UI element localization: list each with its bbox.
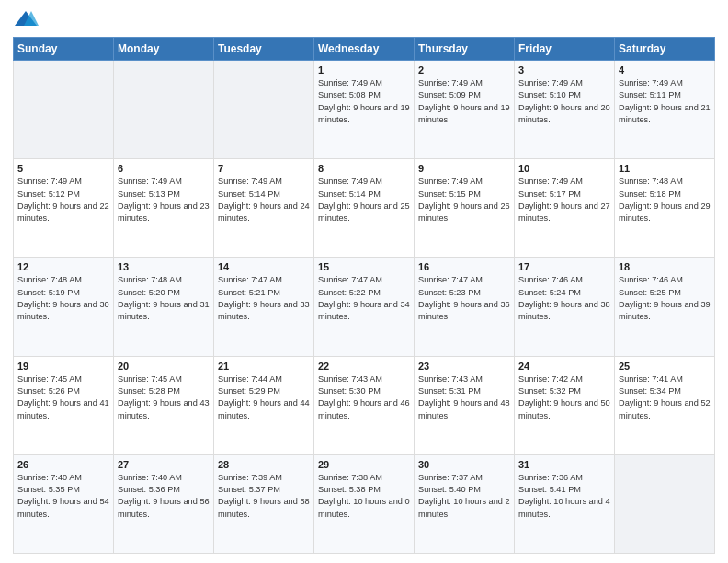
calendar-cell: 11Sunrise: 7:48 AMSunset: 5:18 PMDayligh… (615, 159, 715, 258)
day-number: 9 (418, 163, 510, 174)
weekday-header: Saturday (615, 38, 715, 61)
calendar-cell: 2Sunrise: 7:49 AMSunset: 5:09 PMDaylight… (415, 61, 515, 159)
day-number: 2 (418, 64, 510, 75)
day-info: Sunrise: 7:40 AMSunset: 5:36 PMDaylight:… (118, 472, 210, 521)
day-info: Sunrise: 7:41 AMSunset: 5:34 PMDaylight:… (619, 373, 711, 422)
day-number: 28 (218, 459, 310, 470)
day-info: Sunrise: 7:49 AMSunset: 5:10 PMDaylight:… (518, 77, 610, 126)
day-number: 30 (418, 459, 510, 470)
day-info: Sunrise: 7:45 AMSunset: 5:26 PMDaylight:… (17, 373, 109, 422)
calendar-week-row: 19Sunrise: 7:45 AMSunset: 5:26 PMDayligh… (14, 356, 715, 454)
day-number: 26 (17, 459, 109, 470)
day-number: 24 (518, 361, 610, 372)
day-info: Sunrise: 7:49 AMSunset: 5:17 PMDaylight:… (518, 176, 610, 224)
calendar-header: SundayMondayTuesdayWednesdayThursdayFrid… (14, 38, 715, 61)
day-info: Sunrise: 7:49 AMSunset: 5:14 PMDaylight:… (318, 176, 410, 224)
day-number: 25 (619, 361, 711, 372)
day-info: Sunrise: 7:43 AMSunset: 5:30 PMDaylight:… (318, 373, 410, 422)
day-number: 11 (619, 163, 711, 174)
day-info: Sunrise: 7:49 AMSunset: 5:13 PMDaylight:… (118, 176, 210, 224)
weekday-header: Wednesday (314, 38, 415, 61)
day-number: 17 (518, 261, 610, 272)
calendar-cell: 29Sunrise: 7:38 AMSunset: 5:38 PMDayligh… (314, 454, 415, 553)
day-number: 20 (118, 361, 210, 372)
day-number: 12 (17, 261, 109, 272)
logo (13, 9, 40, 29)
calendar-table: SundayMondayTuesdayWednesdayThursdayFrid… (13, 37, 715, 554)
calendar-cell: 15Sunrise: 7:47 AMSunset: 5:22 PMDayligh… (314, 258, 415, 356)
calendar-container: SundayMondayTuesdayWednesdayThursdayFrid… (0, 0, 728, 563)
day-info: Sunrise: 7:49 AMSunset: 5:15 PMDaylight:… (418, 176, 510, 224)
day-info: Sunrise: 7:40 AMSunset: 5:35 PMDaylight:… (17, 472, 109, 521)
day-info: Sunrise: 7:49 AMSunset: 5:11 PMDaylight:… (619, 77, 711, 126)
calendar-cell: 21Sunrise: 7:44 AMSunset: 5:29 PMDayligh… (214, 356, 314, 454)
day-number: 5 (17, 163, 109, 174)
calendar-cell (114, 61, 214, 159)
day-number: 18 (619, 261, 711, 272)
weekday-header: Monday (114, 38, 214, 61)
day-info: Sunrise: 7:47 AMSunset: 5:23 PMDaylight:… (418, 274, 510, 323)
day-info: Sunrise: 7:36 AMSunset: 5:41 PMDaylight:… (518, 472, 610, 521)
calendar-cell: 13Sunrise: 7:48 AMSunset: 5:20 PMDayligh… (114, 258, 214, 356)
day-info: Sunrise: 7:46 AMSunset: 5:25 PMDaylight:… (619, 274, 711, 323)
day-number: 19 (17, 361, 109, 372)
day-info: Sunrise: 7:49 AMSunset: 5:09 PMDaylight:… (418, 77, 510, 126)
calendar-cell: 20Sunrise: 7:45 AMSunset: 5:28 PMDayligh… (114, 356, 214, 454)
day-number: 14 (218, 261, 310, 272)
calendar-cell: 30Sunrise: 7:37 AMSunset: 5:40 PMDayligh… (415, 454, 515, 553)
day-info: Sunrise: 7:48 AMSunset: 5:20 PMDaylight:… (118, 274, 210, 323)
calendar-cell: 26Sunrise: 7:40 AMSunset: 5:35 PMDayligh… (14, 454, 114, 553)
weekday-header: Tuesday (214, 38, 314, 61)
logo-icon (13, 9, 39, 29)
calendar-cell: 14Sunrise: 7:47 AMSunset: 5:21 PMDayligh… (214, 258, 314, 356)
calendar-body: 1Sunrise: 7:49 AMSunset: 5:08 PMDaylight… (14, 61, 715, 554)
day-info: Sunrise: 7:42 AMSunset: 5:32 PMDaylight:… (518, 373, 610, 422)
weekday-header: Thursday (415, 38, 515, 61)
day-info: Sunrise: 7:44 AMSunset: 5:29 PMDaylight:… (218, 373, 310, 422)
day-number: 7 (218, 163, 310, 174)
calendar-cell: 8Sunrise: 7:49 AMSunset: 5:14 PMDaylight… (314, 159, 415, 258)
day-number: 23 (418, 361, 510, 372)
calendar-cell: 17Sunrise: 7:46 AMSunset: 5:24 PMDayligh… (515, 258, 615, 356)
weekday-header: Sunday (14, 38, 114, 61)
day-info: Sunrise: 7:49 AMSunset: 5:12 PMDaylight:… (17, 176, 109, 224)
day-info: Sunrise: 7:38 AMSunset: 5:38 PMDaylight:… (318, 472, 410, 521)
calendar-cell: 3Sunrise: 7:49 AMSunset: 5:10 PMDaylight… (515, 61, 615, 159)
day-number: 22 (318, 361, 410, 372)
day-number: 21 (218, 361, 310, 372)
calendar-cell: 5Sunrise: 7:49 AMSunset: 5:12 PMDaylight… (14, 159, 114, 258)
day-number: 8 (318, 163, 410, 174)
calendar-cell: 22Sunrise: 7:43 AMSunset: 5:30 PMDayligh… (314, 356, 415, 454)
day-info: Sunrise: 7:49 AMSunset: 5:08 PMDaylight:… (318, 77, 410, 126)
calendar-cell: 16Sunrise: 7:47 AMSunset: 5:23 PMDayligh… (415, 258, 515, 356)
calendar-week-row: 12Sunrise: 7:48 AMSunset: 5:19 PMDayligh… (14, 258, 715, 356)
day-number: 4 (619, 64, 711, 75)
day-number: 3 (518, 64, 610, 75)
day-number: 29 (318, 459, 410, 470)
calendar-cell: 1Sunrise: 7:49 AMSunset: 5:08 PMDaylight… (314, 61, 415, 159)
day-info: Sunrise: 7:39 AMSunset: 5:37 PMDaylight:… (218, 472, 310, 521)
calendar-cell: 27Sunrise: 7:40 AMSunset: 5:36 PMDayligh… (114, 454, 214, 553)
calendar-cell: 24Sunrise: 7:42 AMSunset: 5:32 PMDayligh… (515, 356, 615, 454)
calendar-cell: 25Sunrise: 7:41 AMSunset: 5:34 PMDayligh… (615, 356, 715, 454)
weekday-header: Friday (515, 38, 615, 61)
calendar-cell: 7Sunrise: 7:49 AMSunset: 5:14 PMDaylight… (214, 159, 314, 258)
day-info: Sunrise: 7:48 AMSunset: 5:19 PMDaylight:… (17, 274, 109, 323)
calendar-cell: 9Sunrise: 7:49 AMSunset: 5:15 PMDaylight… (415, 159, 515, 258)
day-info: Sunrise: 7:48 AMSunset: 5:18 PMDaylight:… (619, 176, 711, 224)
calendar-cell: 12Sunrise: 7:48 AMSunset: 5:19 PMDayligh… (14, 258, 114, 356)
calendar-cell: 31Sunrise: 7:36 AMSunset: 5:41 PMDayligh… (515, 454, 615, 553)
calendar-cell (14, 61, 114, 159)
day-number: 1 (318, 64, 410, 75)
calendar-cell: 23Sunrise: 7:43 AMSunset: 5:31 PMDayligh… (415, 356, 515, 454)
calendar-cell: 6Sunrise: 7:49 AMSunset: 5:13 PMDaylight… (114, 159, 214, 258)
calendar-cell (214, 61, 314, 159)
day-info: Sunrise: 7:45 AMSunset: 5:28 PMDaylight:… (118, 373, 210, 422)
calendar-cell: 19Sunrise: 7:45 AMSunset: 5:26 PMDayligh… (14, 356, 114, 454)
day-info: Sunrise: 7:49 AMSunset: 5:14 PMDaylight:… (218, 176, 310, 224)
day-number: 13 (118, 261, 210, 272)
header (13, 9, 715, 29)
calendar-cell: 4Sunrise: 7:49 AMSunset: 5:11 PMDaylight… (615, 61, 715, 159)
day-number: 15 (318, 261, 410, 272)
day-info: Sunrise: 7:47 AMSunset: 5:22 PMDaylight:… (318, 274, 410, 323)
